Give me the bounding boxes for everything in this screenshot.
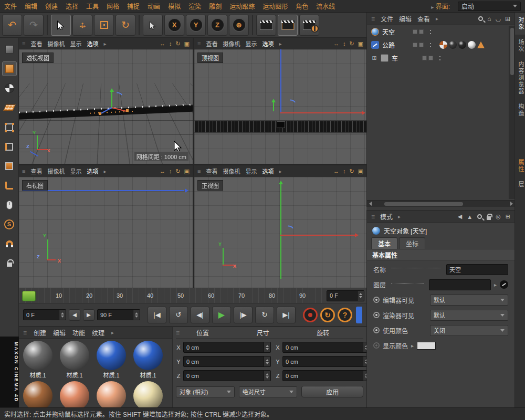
object-row-road[interactable]: 公路 — [367, 38, 514, 51]
cone-tag-icon[interactable] — [477, 41, 485, 48]
car-object[interactable] — [277, 121, 285, 128]
menu-overflow-icon[interactable]: ▸ — [279, 41, 281, 47]
viewport-menu-options[interactable]: 选项 — [87, 167, 98, 175]
panel-handle-icon[interactable]: ≡ — [371, 213, 375, 220]
material-preview-sphere[interactable] — [97, 341, 126, 370]
panel-handle-icon[interactable]: ≡ — [197, 40, 201, 47]
menu-animate[interactable]: 动画 — [148, 2, 160, 10]
om-menu-file[interactable]: 文件 — [381, 14, 393, 23]
layer-toggle-squares[interactable] — [413, 29, 424, 34]
menu-tools[interactable]: 工具 — [86, 2, 99, 10]
menu-select[interactable]: 选择 — [66, 2, 78, 10]
end-frame-input[interactable] — [98, 312, 133, 318]
viewport-maximize-icon[interactable]: ▣ — [358, 168, 363, 175]
material-preview-sphere[interactable] — [133, 381, 163, 407]
timeline-ticks[interactable]: 0 10 20 30 40 50 60 70 80 90 — [19, 288, 322, 303]
viewport-rotate-icon[interactable]: ↻ — [175, 40, 180, 47]
object-name[interactable]: 车 — [392, 54, 416, 62]
viewport-menu-camera[interactable]: 摄像机 — [223, 167, 240, 175]
workplane-mode-button[interactable] — [2, 100, 17, 115]
size-x-input[interactable] — [283, 344, 363, 351]
viewport-menu-options[interactable]: 选项 — [262, 39, 274, 48]
goto-start-button[interactable]: |◀ — [148, 307, 166, 323]
viewport-menu-display[interactable]: 显示 — [245, 167, 257, 175]
layout-grid-icon[interactable]: ⊞ — [506, 213, 510, 220]
layer-input[interactable] — [429, 281, 490, 288]
scale-tool-button[interactable] — [94, 15, 114, 36]
rotate-tool-button[interactable]: ↻ — [116, 15, 135, 36]
history-up-icon[interactable]: ▲ — [467, 214, 472, 220]
visibility-dots[interactable] — [429, 29, 432, 35]
tab-coordinates[interactable]: 坐标 — [399, 237, 425, 249]
layer-expand-icon[interactable]: ▸ — [494, 282, 497, 288]
scroll-left-icon[interactable] — [369, 202, 372, 206]
viewport-menu-options[interactable]: 选项 — [262, 167, 274, 175]
play-reverse-button[interactable]: ↺ — [169, 307, 188, 323]
material-preview-sphere[interactable] — [23, 381, 52, 407]
soft-selection-button[interactable]: S — [2, 217, 17, 232]
material-item[interactable]: 材质.1 — [94, 341, 128, 379]
object-row-sky[interactable]: 天空 — [367, 25, 514, 38]
scroll-thumb[interactable] — [384, 202, 463, 206]
move-tool-button[interactable]: ↔↕ — [72, 15, 92, 36]
material-item[interactable] — [131, 381, 165, 407]
tab-takes[interactable]: 场次 — [515, 35, 525, 57]
material-item[interactable] — [94, 381, 128, 407]
spinner[interactable] — [133, 310, 140, 320]
scroll-right-icon[interactable] — [510, 202, 513, 206]
object-name[interactable]: 公路 — [382, 40, 406, 49]
layer-field[interactable] — [429, 279, 491, 290]
use-color-dropdown[interactable]: 关闭 — [430, 325, 508, 336]
viewport-pan-icon[interactable]: ↔ — [160, 40, 165, 47]
menu-mesh[interactable]: 网格 — [107, 2, 119, 10]
material-menu-texture[interactable]: 纹理 — [92, 328, 104, 337]
coordinate-mode-dropdown[interactable]: 对象 (相对) — [176, 386, 235, 397]
texture-mode-button[interactable] — [2, 81, 17, 96]
gizmo-rotation-handle[interactable] — [285, 224, 295, 233]
redo-button[interactable]: ↷ — [24, 15, 44, 36]
viewport-rotate-icon[interactable]: ↻ — [175, 168, 180, 175]
play-button[interactable]: ▶ — [212, 307, 231, 323]
pos-x-input[interactable] — [184, 344, 264, 351]
viewport-menu-view[interactable]: 查看 — [206, 167, 217, 175]
interface-dropdown[interactable]: 启动 — [458, 2, 521, 11]
menu-overflow-icon[interactable]: ▸ — [279, 169, 281, 174]
tab-layers[interactable]: 层 — [515, 177, 525, 192]
spline-tool-button[interactable] — [2, 178, 17, 193]
panel-handle-icon[interactable]: ≡ — [176, 329, 180, 337]
viewport-menu-display[interactable]: 显示 — [70, 167, 81, 175]
pos-z-field[interactable] — [183, 370, 271, 381]
apply-button[interactable]: 应用 — [301, 386, 363, 397]
sky-object-icon[interactable] — [371, 28, 379, 36]
home-icon[interactable]: ⌂ — [487, 15, 491, 23]
size-x-field[interactable] — [282, 342, 370, 353]
viewport-rotate-icon[interactable]: ↻ — [349, 40, 354, 47]
tab-basic[interactable]: 基本 — [371, 237, 397, 249]
material-preview-sphere[interactable] — [133, 341, 163, 370]
viewport-menu-camera[interactable]: 摄像机 — [47, 167, 65, 175]
expand-icon[interactable]: ⊞ — [371, 55, 377, 61]
record-keyframe-button[interactable] — [303, 308, 318, 322]
current-frame-field[interactable] — [327, 290, 364, 301]
snapping-button[interactable] — [2, 236, 17, 251]
viewport-menu-options[interactable]: 选项 — [87, 39, 98, 48]
timeline-ruler[interactable]: 0 10 20 30 40 50 60 70 80 90 — [19, 288, 366, 303]
size-mode-dropdown[interactable]: 绝对尺寸 — [239, 386, 298, 397]
object-manager-vscrollbar[interactable] — [509, 26, 514, 199]
menu-character[interactable]: 角色 — [296, 2, 308, 10]
material-tag-icon[interactable] — [468, 41, 476, 49]
range-prev-button[interactable]: ◀ — [69, 309, 80, 321]
range-next-button[interactable]: ◀ — [83, 309, 94, 321]
spinner[interactable] — [357, 291, 364, 301]
panel-handle-icon[interactable]: ≡ — [23, 329, 27, 337]
viewport-menu-view[interactable]: 查看 — [206, 39, 217, 48]
material-menu-create[interactable]: 创建 — [34, 328, 46, 337]
play-loop-button[interactable]: ↻ — [255, 307, 274, 323]
current-frame-input[interactable] — [327, 292, 357, 299]
material-item[interactable] — [21, 381, 55, 407]
viewport-zoom-icon[interactable]: ↕ — [169, 168, 172, 175]
viewport-menu-camera[interactable]: 摄像机 — [47, 39, 65, 48]
menu-overflow-icon[interactable]: ▸ — [111, 330, 114, 335]
help-button[interactable]: ? — [338, 308, 352, 322]
undo-button[interactable]: ↶ — [2, 15, 22, 36]
